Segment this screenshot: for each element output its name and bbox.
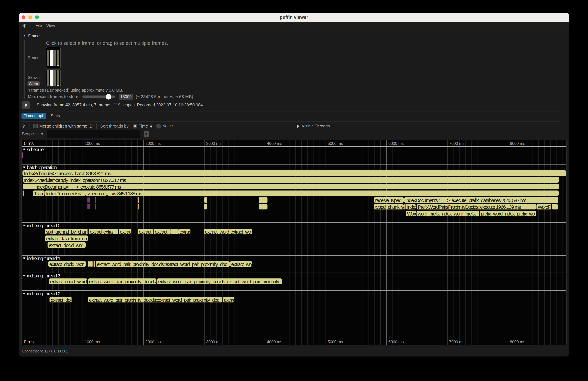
svg-text:8000 ms: 8000 ms (510, 339, 525, 344)
svg-text:extract_docid_wor: extract_docid_wor (49, 261, 84, 267)
svg-text:2000 ms: 2000 ms (146, 141, 161, 146)
svg-text:indexing-thread:2: indexing-thread:2 (27, 291, 60, 296)
svg-text:extract_doc: extract_doc (51, 297, 73, 303)
svg-text:extract: extract (90, 229, 103, 235)
svg-text:4000 ms: 4000 ms (267, 141, 282, 146)
svg-text:0 ms: 0 ms (24, 141, 34, 146)
svg-text:extract_: extract_ (139, 229, 154, 235)
svg-text:5000 ms: 5000 ms (328, 141, 343, 146)
svg-text:0 ms: 0 ms (24, 339, 34, 344)
svg-text:indexing-thread:3: indexing-thread:3 (27, 273, 60, 278)
svg-text:extract: extract (180, 229, 192, 235)
svg-text:extract_word_pair_proximity_do: extract_word_pair_proximity_docids::extr… (89, 297, 219, 303)
svg-text:scheduler: scheduler (27, 147, 45, 152)
svg-text:extrac: extrac (224, 297, 236, 303)
svg-text:IndexScheduler>::process_batch: IndexScheduler>::process_batch 8953.821 … (24, 171, 111, 176)
svg-text:5000 ms: 5000 ms (328, 339, 343, 344)
svg-text:word_prefix::index_word_prefix: word_prefix::index_word_prefix_ (418, 211, 478, 216)
svg-text:4000 ms: 4000 ms (267, 339, 282, 344)
svg-text:extrac: extrac (120, 229, 132, 235)
svg-text:prefix_word::index_prefix_wo: prefix_word::index_prefix_wo (481, 211, 535, 216)
svg-text:8000 ms: 8000 ms (510, 141, 525, 146)
svg-text:split_grenad_by_chunk: split_grenad_by_chunk (46, 229, 90, 235)
svg-text:extract::data_from_ob: extract::data_from_ob (46, 236, 87, 241)
svg-text:1000 ms: 1000 ms (85, 141, 100, 146)
svg-text:extract_docid_word: extract_docid_word (50, 279, 87, 284)
svg-text:6000 ms: 6000 ms (388, 339, 404, 344)
svg-text:2000 ms: 2000 ms (146, 339, 161, 344)
svg-text:extract_wo: extract_wo (231, 261, 252, 267)
svg-text:IndexDocuments<_, _>::execute: IndexDocuments<_, _>::execute 8656.677 m… (34, 184, 121, 190)
svg-text:extract_: extract_ (155, 229, 170, 235)
svg-text:batch-operation: batch-operation (27, 165, 57, 170)
svg-text:extract_word_pair_proximity_do: extract_word_pair_proximity_docids::extr… (158, 279, 279, 284)
svg-text:IndexDocuments<_, _>::execute_: IndexDocuments<_, _>::execute_raw 8459.1… (46, 191, 142, 196)
svg-text:PrefixWordPairsProximityDocids: PrefixWordPairsProximityDocids::execute … (418, 204, 521, 210)
svg-text:7000 ms: 7000 ms (449, 141, 464, 146)
svg-text:extract_word_pair_proximity_do: extract_word_pair_proximity_docids::extr… (97, 261, 227, 267)
svg-text:Trans: Trans (34, 191, 45, 196)
svg-text:WordPr: WordPr (538, 204, 553, 210)
svg-text:6000 ms: 6000 ms (388, 141, 404, 146)
svg-text:1000 ms: 1000 ms (85, 339, 100, 344)
svg-text:IndexDocuments<_, _>::execute_: IndexDocuments<_, _>::execute_prefix_dat… (405, 198, 526, 203)
svg-text:extract_word: extract_word (205, 229, 229, 235)
svg-text:typed_chunk::w: typed_chunk::w (375, 204, 405, 210)
svg-text:extract_docid_wor: extract_docid_wor (49, 243, 83, 248)
svg-text:7000 ms: 7000 ms (449, 339, 464, 344)
svg-text:3000 ms: 3000 ms (206, 339, 222, 344)
svg-text:extract_wo: extract_wo (231, 229, 251, 235)
svg-text:indexing-thread:1: indexing-thread:1 (27, 256, 60, 261)
svg-text:3000 ms: 3000 ms (206, 141, 222, 146)
svg-text:indexing-thread:0: indexing-thread:0 (27, 223, 60, 228)
svg-text:extract_word_pair_proximity_do: extract_word_pair_proximity_docids (89, 279, 156, 284)
svg-text:extra: extra (103, 229, 113, 235)
svg-text:Word: Word (407, 211, 418, 216)
svg-text:IndexScheduler>::apply_index_o: IndexScheduler>::apply_index_operation 8… (24, 177, 126, 183)
svg-text:receive_typed_: receive_typed_ (375, 198, 404, 203)
